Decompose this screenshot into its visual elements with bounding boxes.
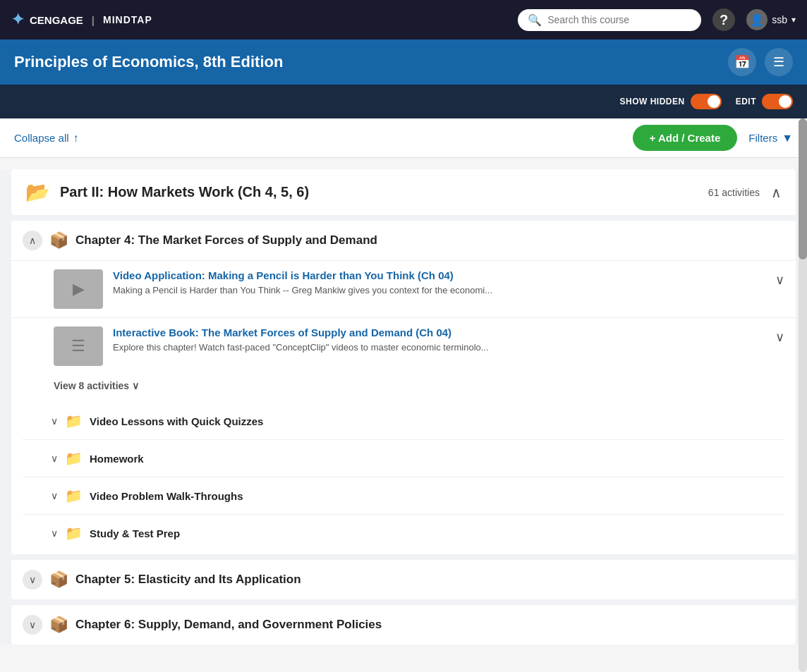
course-header: Principles of Economics, 8th Edition 📅 ☰: [0, 39, 807, 85]
book-icon: ☰: [71, 337, 85, 355]
subfolder-4-folder-icon: 📁: [65, 525, 83, 542]
activity-2-desc: Explore this chapter! Watch fast-paced "…: [113, 342, 765, 353]
activity-item: ▶ Video Application: Making a Pencil is …: [11, 260, 796, 317]
search-bar[interactable]: 🔍: [518, 9, 701, 31]
help-button[interactable]: ?: [712, 8, 735, 31]
subfolder-1-chevron-icon[interactable]: ∨: [51, 415, 58, 427]
part-collapse-button[interactable]: ∧: [771, 184, 782, 201]
show-hidden-toggle[interactable]: ✕: [691, 94, 722, 109]
course-header-icons: 📅 ☰: [728, 48, 793, 76]
part-activities-count: 61 activities: [708, 187, 760, 198]
chapter-6-header: ∨ 📦 Chapter 6: Supply, Demand, and Gover…: [11, 605, 796, 644]
chapter-5-section: ∨ 📦 Chapter 5: Elasticity and Its Applic…: [11, 560, 796, 599]
subfolder-item: ∨ 📁 Video Lessons with Quick Quizzes: [23, 403, 784, 439]
top-navigation: ✦ CENGAGE | MINDTAP 🔍 ? 👤 ssb ▾: [0, 0, 807, 39]
edit-toggle[interactable]: ✕: [762, 94, 793, 109]
show-hidden-toggle-group: SHOW HIDDEN ✕: [619, 94, 721, 109]
subfolder-3-folder-icon: 📁: [65, 487, 83, 504]
activity-1-title[interactable]: Video Application: Making a Pencil is Ha…: [113, 269, 454, 281]
activity-1-expand-button[interactable]: ∨: [775, 272, 784, 288]
action-bar-right: + Add / Create Filters ▼: [633, 125, 793, 151]
activity-2-expand-button[interactable]: ∨: [775, 329, 784, 345]
activity-1-thumbnail: ▶: [54, 269, 103, 309]
chapter-4-title: Chapter 4: The Market Forces of Supply a…: [75, 233, 377, 248]
subfolder-item: ∨ 📁 Homework: [23, 439, 784, 477]
cengage-label: CENGAGE: [30, 14, 83, 26]
user-menu-chevron-icon: ▾: [791, 15, 796, 25]
chapter-4-header: ∧ 📦 Chapter 4: The Market Forces of Supp…: [11, 221, 796, 260]
show-hidden-label: SHOW HIDDEN: [619, 97, 684, 106]
subfolder-3-chevron-icon[interactable]: ∨: [51, 490, 58, 501]
chapter-6-section: ∨ 📦 Chapter 6: Supply, Demand, and Gover…: [11, 605, 796, 644]
add-create-button[interactable]: + Add / Create: [633, 125, 738, 151]
edit-label: EDIT: [736, 97, 756, 106]
main-content: 📂 Part II: How Markets Work (Ch 4, 5, 6)…: [0, 169, 807, 644]
scrollbar[interactable]: [799, 118, 807, 672]
cengage-icon: ✦: [11, 11, 24, 29]
chapter-4-section: ∧ 📦 Chapter 4: The Market Forces of Supp…: [11, 221, 796, 554]
activity-item: ☰ Interactive Book: The Market Forces of…: [11, 317, 796, 374]
view-activities-button[interactable]: View 8 activities ∨: [11, 374, 150, 400]
activity-2-thumbnail: ☰: [54, 326, 103, 366]
user-avatar-icon: 👤: [746, 9, 767, 30]
action-bar: Collapse all ↑ + Add / Create Filters ▼: [0, 118, 807, 158]
chapter-5-collapse-button[interactable]: ∨: [23, 570, 42, 589]
subfolder-item: ∨ 📁 Video Problem Walk-Throughs: [23, 477, 784, 514]
filters-label: Filters: [748, 132, 777, 144]
subfolder-2-chevron-icon[interactable]: ∨: [51, 453, 58, 464]
subfolder-4-chevron-icon[interactable]: ∨: [51, 527, 58, 539]
filters-button[interactable]: Filters ▼: [748, 132, 793, 145]
search-icon: 🔍: [528, 13, 542, 27]
add-create-label: + Add / Create: [650, 132, 721, 144]
chapter-5-title: Chapter 5: Elasticity and Its Applicatio…: [75, 573, 301, 587]
chapter-6-collapse-button[interactable]: ∨: [23, 615, 42, 635]
mindtap-label: MINDTAP: [103, 14, 152, 25]
chapter-4-cube-icon: 📦: [49, 231, 68, 250]
course-title: Principles of Economics, 8th Edition: [14, 53, 283, 71]
activity-1-desc: Making a Pencil is Harder than You Think…: [113, 285, 765, 295]
user-name: ssb: [772, 14, 787, 25]
activity-2-title[interactable]: Interactive Book: The Market Forces of S…: [113, 326, 451, 338]
edit-toggle-x-icon: ✕: [783, 98, 789, 106]
video-icon: ▶: [73, 280, 85, 298]
view-activities-chevron-icon: ∨: [132, 380, 139, 391]
subfolder-item: ∨ 📁 Study & Test Prep: [23, 514, 784, 551]
chapter-4-collapse-button[interactable]: ∧: [23, 231, 42, 250]
view-activities-label: View 8 activities: [54, 380, 129, 391]
activity-2-content: Interactive Book: The Market Forces of S…: [113, 326, 765, 353]
collapse-all-arrow-icon: ↑: [73, 132, 79, 145]
collapse-all-button[interactable]: Collapse all ↑: [14, 132, 79, 145]
user-menu[interactable]: 👤 ssb ▾: [746, 9, 796, 30]
scrollbar-thumb[interactable]: [799, 118, 807, 259]
collapse-all-label: Collapse all: [14, 132, 69, 144]
controls-bar: SHOW HIDDEN ✕ EDIT ✕: [0, 85, 807, 118]
subfolder-2-title: Homework: [90, 453, 144, 465]
part-header: 📂 Part II: How Markets Work (Ch 4, 5, 6)…: [11, 169, 796, 215]
subfolder-3-title: Video Problem Walk-Throughs: [90, 490, 243, 502]
logo-divider: |: [92, 14, 95, 26]
search-input[interactable]: [547, 14, 688, 25]
filter-icon: ▼: [782, 132, 793, 145]
edit-toggle-group: EDIT ✕: [736, 94, 793, 109]
menu-button[interactable]: ☰: [765, 48, 793, 76]
subfolder-section: ∨ 📁 Video Lessons with Quick Quizzes ∨ 📁…: [23, 403, 784, 551]
chapter-5-cube-icon: 📦: [49, 570, 68, 589]
help-icon: ?: [720, 12, 728, 28]
chapter-5-header: ∨ 📦 Chapter 5: Elasticity and Its Applic…: [11, 560, 796, 599]
part-folder-icon: 📂: [25, 181, 50, 204]
toggle-x-icon: ✕: [711, 98, 717, 106]
chapter-6-title: Chapter 6: Supply, Demand, and Governmen…: [75, 618, 382, 632]
activity-1-content: Video Application: Making a Pencil is Ha…: [113, 269, 765, 295]
part-title: Part II: How Markets Work (Ch 4, 5, 6): [60, 184, 708, 200]
calendar-button[interactable]: 📅: [728, 48, 756, 76]
brand-logo: ✦ CENGAGE | MINDTAP: [11, 11, 152, 29]
subfolder-1-folder-icon: 📁: [65, 413, 83, 429]
subfolder-4-title: Study & Test Prep: [90, 527, 180, 539]
subfolder-1-title: Video Lessons with Quick Quizzes: [90, 415, 263, 427]
chapter-6-cube-icon: 📦: [49, 616, 68, 634]
subfolder-2-folder-icon: 📁: [65, 450, 83, 467]
